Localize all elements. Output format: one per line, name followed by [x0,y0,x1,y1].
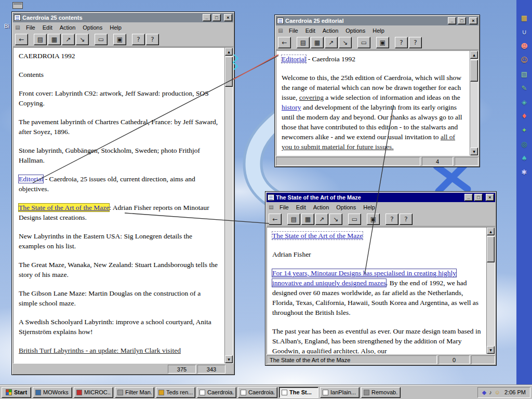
taskbar-button-removable[interactable]: Removab... [361,387,401,398]
state-of-the-art-link[interactable]: The State of the Art of the Maze [19,204,109,211]
tray-user-icon[interactable]: ☺ [495,390,500,395]
titlebar[interactable]: Caerdroia 25 contents _ □ × [13,13,233,22]
tool-icon-3[interactable]: ☻ [519,41,530,51]
pages-button[interactable]: ▤ [287,214,300,225]
scrollbar-thumb[interactable] [225,57,233,87]
covering-link[interactable]: covering [299,94,324,101]
follow-link-button[interactable]: ↗ [315,214,328,225]
menu-help[interactable]: Help [360,203,379,211]
scroll-up-button[interactable]: ▲ [470,51,478,59]
scrollbar-thumb[interactable] [487,236,495,262]
maximize-button[interactable]: □ [458,17,466,24]
scroll-up-button[interactable]: ▲ [225,48,233,56]
scroll-down-button[interactable]: ▼ [225,355,233,363]
tool-icon-4[interactable]: ☺ [519,55,530,65]
close-button[interactable]: × [486,194,494,201]
pages-button[interactable]: ▤ [297,37,310,48]
menu-action[interactable]: Action [56,23,79,32]
taskbar-button-caerdroia-1[interactable]: Caerdroia... [197,387,236,398]
clock[interactable]: 2:06 PM [504,389,526,395]
menu-help[interactable]: Help [106,23,125,32]
menu-file[interactable]: File [22,23,39,32]
help-button[interactable]: ? [132,34,145,45]
taskbar-button-ianplain[interactable]: IanPlain... [320,387,360,398]
tool-icon-9[interactable]: ✦ [519,125,530,135]
maximize-button[interactable]: □ [212,14,221,21]
maximize-button[interactable]: □ [474,194,483,201]
minimize-button[interactable]: _ [203,14,211,21]
menu-file[interactable]: File [285,26,302,35]
menu-file[interactable]: File [276,203,292,211]
scroll-up-button[interactable]: ▲ [487,228,495,235]
follow-link-button[interactable]: ↗ [325,37,338,48]
scroll-down-button[interactable]: ▼ [470,148,478,155]
copy-button[interactable]: ▣ [367,214,380,225]
close-button[interactable]: × [224,14,232,21]
menu-action[interactable]: Action [319,26,342,35]
back-button[interactable]: ← [278,37,291,48]
context-help-button[interactable]: ? [400,214,413,225]
show-links-button[interactable]: ↘ [339,37,352,48]
tool-icon-8[interactable]: ♦ [519,111,530,121]
state-heading-link[interactable]: The State of the Art of the Maze [272,232,363,240]
history-link[interactable]: history [282,103,301,111]
taskbar-button-teds[interactable]: Teds ren... [156,387,195,398]
vertical-scrollbar[interactable]: ▲ ▼ [486,228,495,354]
taskbar-button-moworks[interactable]: MOWorks [33,387,72,398]
follow-link-button[interactable]: ↗ [62,34,75,45]
titlebar[interactable]: Caerdroia 25 editorial _ □ × [276,16,478,25]
menu-edit[interactable]: Edit [292,203,310,211]
help-button[interactable]: ? [385,214,398,225]
pages-link-button[interactable]: ▦ [301,214,314,225]
show-links-button[interactable]: ↘ [76,34,89,45]
pages-link-button[interactable]: ▦ [48,34,61,45]
taskbar-button-caerdroia-2[interactable]: Caerdroia... [238,387,277,398]
menu-edit[interactable]: Edit [39,23,56,32]
tool-icon-10[interactable]: ◎ [519,139,530,149]
minimize-button[interactable]: _ [464,194,473,201]
close-button[interactable]: × [469,17,477,24]
copy-button[interactable]: ▣ [113,34,126,45]
minimize-button[interactable]: _ [448,17,456,24]
tool-icon-12[interactable]: ✱ [519,167,530,177]
copy-button[interactable]: ▣ [376,37,389,48]
titlebar[interactable]: The State of the Art of the Maze _ □ × [267,193,495,202]
tool-icon-5[interactable]: ▧ [519,69,530,79]
taskbar-button-filter-manager[interactable]: Filter Man... [115,387,154,398]
minimized-window-icon[interactable] [12,2,23,9]
tool-icon-6[interactable]: ✎ [519,83,530,93]
menu-help[interactable]: Help [369,26,388,35]
vertical-scrollbar[interactable]: ▲ ▼ [470,51,478,155]
tool-icon-11[interactable]: ♠ [519,153,530,163]
british-turf-link[interactable]: British Turf Labyrinths - an update: Mar… [19,347,181,354]
back-button[interactable]: ← [269,214,282,225]
pages-link-button[interactable]: ▦ [311,37,324,48]
context-help-button[interactable]: ? [409,37,422,48]
open-button[interactable]: ▭ [95,34,108,45]
show-links-button[interactable]: ↘ [329,214,342,225]
tray-network-icon[interactable]: ◆ [482,390,486,395]
taskbar-button-microcosm[interactable]: MICROC... [74,387,113,398]
context-help-button[interactable]: ? [146,34,159,45]
pages-button[interactable]: ▤ [34,34,47,45]
menu-edit[interactable]: Edit [302,26,319,35]
help-button[interactable]: ? [395,37,408,48]
taskbar-button-the-state[interactable]: The St... [279,387,318,398]
vertical-scrollbar[interactable]: ▲ ▼ [224,48,233,363]
tool-icon-2[interactable]: ∪ [519,26,530,37]
open-button[interactable]: ▭ [357,37,370,48]
menu-options[interactable]: Options [342,26,369,35]
start-button[interactable]: Start [2,387,31,398]
editorial-heading-link[interactable]: Editorial [282,55,306,63]
tool-icon-7[interactable]: ◈ [519,97,530,107]
tray-volume-icon[interactable]: ♪ [489,390,492,395]
editorial-link[interactable]: Editorial [19,175,43,183]
scrollbar-thumb[interactable] [470,60,478,82]
menu-options[interactable]: Options [332,203,360,211]
tool-icon-1[interactable]: ▦ [519,12,530,23]
scroll-down-button[interactable]: ▼ [487,346,495,354]
open-button[interactable]: ▭ [348,214,361,225]
menu-action[interactable]: Action [310,203,333,211]
menu-options[interactable]: Options [79,23,106,32]
back-button[interactable]: ← [15,34,28,45]
